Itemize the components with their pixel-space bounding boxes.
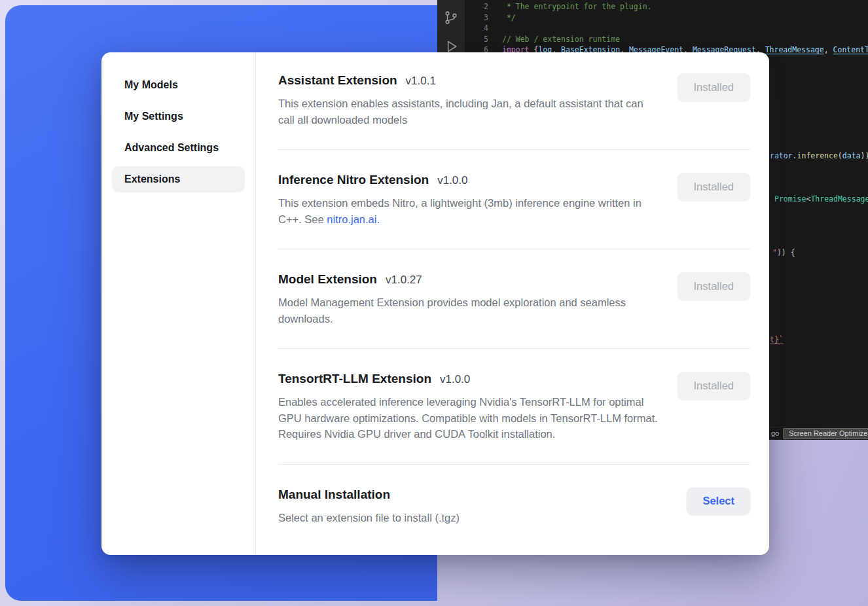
installed-button[interactable]: Installed: [678, 73, 750, 101]
code-area: 2 * The entrypoint for the plugin.3 */45…: [465, 1, 868, 56]
extension-description: Enables accelerated inference leveraging…: [278, 394, 659, 442]
extension-row: Model Extension v1.0.27 Model Management…: [278, 249, 750, 349]
extension-title: TensortRT-LLM Extension: [278, 370, 431, 387]
installed-button[interactable]: Installed: [678, 272, 750, 300]
extensions-list: Assistant Extension v1.0.1 This extensio…: [256, 52, 769, 555]
sidebar-item-my-models[interactable]: My Models: [112, 72, 245, 98]
extension-version: v1.0.27: [386, 274, 422, 287]
nitro-link[interactable]: nitro.jan.ai.: [327, 213, 380, 225]
extension-title: Model Extension: [278, 271, 377, 288]
extension-version: v1.0.0: [437, 174, 467, 187]
extension-description: Model Management Extension provides mode…: [278, 294, 659, 327]
settings-sidebar: My Models My Settings Advanced Settings …: [101, 52, 256, 555]
extension-title: Assistant Extension: [278, 72, 397, 89]
sidebar-item-advanced-settings[interactable]: Advanced Settings: [112, 135, 245, 161]
sidebar-item-extensions[interactable]: Extensions: [112, 166, 245, 192]
extension-row: Assistant Extension v1.0.1 This extensio…: [278, 52, 750, 150]
code-fragment: ")) {: [772, 248, 795, 257]
extension-version: v1.0.1: [406, 75, 436, 88]
code-fragment: rator.inference(data));: [770, 151, 868, 160]
extension-row: TensortRT-LLM Extension v1.0.0 Enables a…: [278, 349, 750, 465]
extension-row: Inference Nitro Extension v1.0.0 This ex…: [278, 150, 750, 249]
settings-modal: My Models My Settings Advanced Settings …: [101, 52, 769, 555]
code-fragment: t}`: [770, 335, 784, 344]
sidebar-item-my-settings[interactable]: My Settings: [112, 103, 245, 130]
status-language[interactable]: go: [771, 429, 779, 437]
select-button[interactable]: Select: [687, 488, 750, 514]
manual-installation-title: Manual Installation: [278, 486, 390, 503]
extension-title: Inference Nitro Extension: [278, 171, 429, 188]
code-line: 4: [465, 23, 868, 34]
installed-button[interactable]: Installed: [678, 173, 750, 201]
source-control-icon[interactable]: [443, 9, 460, 26]
code-line: 3 */: [465, 12, 868, 24]
code-line: 2 * The entrypoint for the plugin.: [465, 1, 868, 12]
manual-installation-description: Select an extension file to install (.tg…: [278, 510, 659, 526]
extension-version: v1.0.0: [440, 373, 470, 386]
screen-reader-badge[interactable]: Screen Reader Optimized: [783, 428, 868, 439]
manual-installation-row: Manual Installation Select an extension …: [278, 465, 750, 548]
code-fragment: Promise<ThreadMessage>: [774, 194, 868, 204]
code-line: 5// Web / extension runtime: [465, 34, 868, 45]
extension-description: This extension enables assistants, inclu…: [278, 96, 659, 128]
extension-description: This extension embeds Nitro, a lightweig…: [278, 195, 659, 227]
installed-button[interactable]: Installed: [678, 372, 750, 400]
